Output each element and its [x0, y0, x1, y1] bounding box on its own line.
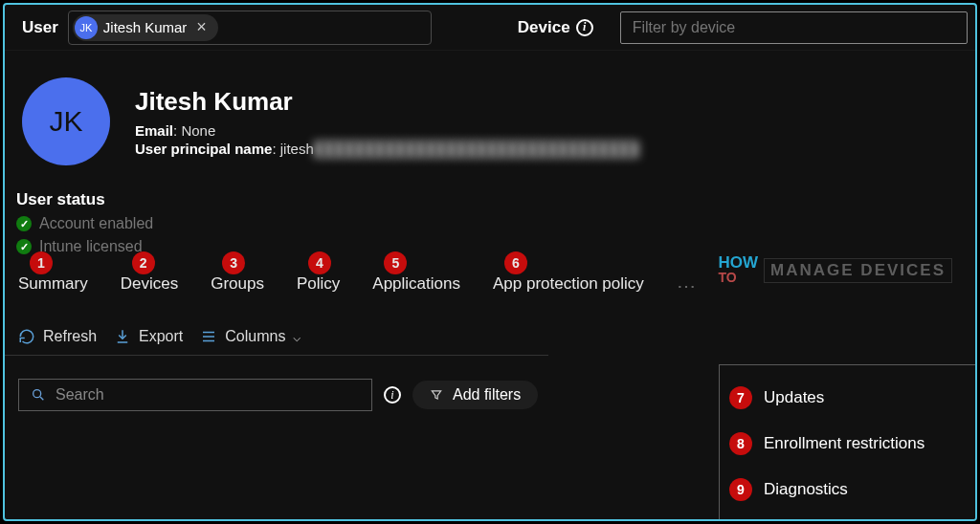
user-picker[interactable]: JK Jitesh Kumar ×: [68, 11, 432, 45]
check-icon: ✓: [16, 216, 32, 231]
annotation-badge: 1: [30, 251, 53, 274]
avatar-initials-small: JK: [75, 16, 98, 39]
annotation-badge: 5: [384, 251, 407, 274]
status-item-account: ✓ Account enabled: [16, 215, 964, 232]
user-status-section: User status ✓ Account enabled ✓ Intune l…: [5, 175, 975, 261]
annotation-badge: 8: [729, 432, 752, 455]
menu-item-enrollment-restrictions[interactable]: 8 Enrollment restrictions: [720, 421, 976, 467]
device-label-text: Device: [518, 18, 570, 37]
columns-icon: [200, 328, 217, 345]
device-filter-input[interactable]: [620, 11, 968, 44]
watermark: HOW TO MANAGE DEVICES: [719, 255, 952, 285]
menu-item-diagnostics[interactable]: 9 Diagnostics: [720, 467, 976, 513]
status-item-intune: ✓ Intune licensed: [16, 238, 964, 255]
user-chip[interactable]: JK Jitesh Kumar ×: [73, 14, 218, 41]
profile-header: JK Jitesh Kumar Email: None User princip…: [5, 51, 975, 175]
top-bar: User JK Jitesh Kumar × Device i: [5, 5, 975, 51]
columns-button[interactable]: Columns ⌵: [200, 328, 301, 345]
tab-policy[interactable]: 4 Policy: [297, 274, 340, 297]
info-icon[interactable]: i: [384, 386, 401, 404]
chevron-down-icon: ⌵: [293, 329, 301, 344]
annotation-badge: 3: [222, 251, 245, 274]
refresh-button[interactable]: Refresh: [18, 328, 97, 345]
add-filters-button[interactable]: Add filters: [412, 381, 538, 409]
annotation-badge: 4: [308, 251, 331, 274]
annotation-badge: 9: [729, 478, 752, 501]
refresh-icon: [18, 328, 35, 345]
download-icon: [114, 328, 131, 345]
upn-line: User principal name: jitesh█████████████…: [135, 141, 639, 157]
email-line: Email: None: [135, 122, 639, 139]
export-button[interactable]: Export: [114, 328, 183, 345]
status-title: User status: [16, 190, 964, 209]
menu-item-updates[interactable]: 7 Updates: [720, 375, 976, 421]
tab-app-protection-policy[interactable]: 6 App protection policy: [493, 274, 644, 297]
page-title: Jitesh Kumar: [135, 87, 639, 117]
tab-overflow-menu: 7 Updates 8 Enrollment restrictions 9 Di…: [719, 364, 977, 521]
command-bar: Refresh Export Columns ⌵: [5, 307, 548, 356]
tab-applications[interactable]: 5 Applications: [372, 274, 460, 297]
annotation-badge: 2: [132, 251, 155, 274]
tab-summary[interactable]: 1 Summary: [18, 274, 88, 297]
window-frame: User JK Jitesh Kumar × Device i JK Jites…: [3, 3, 977, 521]
tab-overflow-button[interactable]: ⋯: [677, 274, 698, 297]
tab-devices[interactable]: 2 Devices: [121, 274, 178, 297]
filter-icon: [430, 388, 443, 402]
device-label: Device i: [508, 18, 603, 37]
user-label: User: [12, 18, 68, 37]
annotation-badge: 7: [729, 386, 752, 409]
svg-point-0: [33, 390, 41, 398]
annotation-badge: 6: [504, 251, 527, 274]
check-icon: ✓: [16, 239, 32, 254]
search-input[interactable]: Search: [18, 379, 372, 411]
close-icon[interactable]: ×: [192, 17, 211, 37]
info-icon[interactable]: i: [576, 19, 593, 36]
tab-groups[interactable]: 3 Groups: [211, 274, 264, 297]
search-icon: [31, 387, 46, 403]
avatar: JK: [22, 77, 110, 165]
chip-name: Jitesh Kumar: [103, 19, 188, 35]
